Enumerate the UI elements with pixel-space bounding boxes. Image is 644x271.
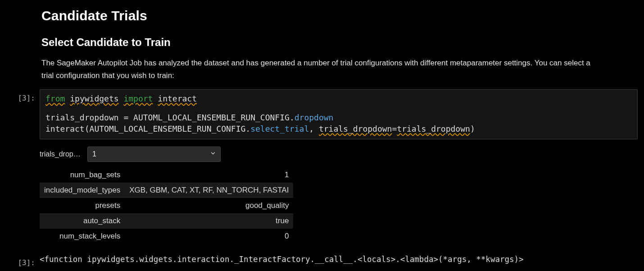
table-row: num_bag_sets1 xyxy=(40,167,293,183)
param-value: good_quality xyxy=(125,198,293,213)
code-line-1: from ipywidgets import interact xyxy=(45,93,632,104)
param-value: XGB, GBM, CAT, XT, RF, NN_TORCH, FASTAI xyxy=(125,183,293,198)
input-prompt: [3]: xyxy=(0,89,40,102)
paren-open: ( xyxy=(85,124,90,133)
config-object: AUTOML_LOCAL_ENSEMBLE_RUN_CONFIG xyxy=(133,113,290,122)
operator-eq: = xyxy=(392,124,397,133)
dropdown-label: trials_drop… xyxy=(40,150,83,158)
config-object: AUTOML_LOCAL_ENSEMBLE_RUN_CONFIG xyxy=(90,124,246,133)
code-line-3: interact(AUTOML_LOCAL_ENSEMBLE_RUN_CONFI… xyxy=(45,124,632,134)
fn-interact: interact xyxy=(45,124,85,133)
notebook: Candidate Trials Select Candidate to Tra… xyxy=(0,0,644,271)
trials-dropdown[interactable]: 1 xyxy=(87,147,221,162)
comma: , xyxy=(309,124,314,133)
heading-candidate-trials: Candidate Trials xyxy=(41,8,603,23)
param-key: num_bag_sets xyxy=(40,167,125,183)
param-value: 1 xyxy=(125,167,293,183)
param-value: true xyxy=(125,213,293,229)
params-tbody: num_bag_sets1included_model_typesXGB, GB… xyxy=(40,167,293,244)
output-cell: [3]: <function ipywidgets.widgets.intera… xyxy=(0,254,644,267)
kwarg-name: trials_dropdown xyxy=(319,124,392,133)
output-prompt: [3]: xyxy=(0,254,40,267)
table-row: included_model_typesXGB, GBM, CAT, XT, R… xyxy=(40,183,293,198)
operator-eq: = xyxy=(123,113,128,122)
param-key: presets xyxy=(40,198,125,213)
param-key: auto_stack xyxy=(40,213,125,229)
code-cell: [3]: from ipywidgets import interact tri… xyxy=(0,89,644,139)
module-name: ipywidgets xyxy=(70,94,118,103)
params-table: num_bag_sets1included_model_typesXGB, GB… xyxy=(40,167,293,244)
output-repr: <function ipywidgets.widgets.interaction… xyxy=(40,254,638,264)
var-lhs: trials_dropdown xyxy=(45,113,119,122)
code-line-2: trials_dropdown = AUTOML_LOCAL_ENSEMBLE_… xyxy=(45,112,632,123)
attr-select-trial: select_trial xyxy=(250,124,309,133)
import-name: interact xyxy=(158,94,197,103)
table-row: num_stack_levels0 xyxy=(40,229,293,244)
heading-select-candidate: Select Candidate to Train xyxy=(41,36,603,49)
paren-close: ) xyxy=(470,124,475,133)
dot: . xyxy=(245,124,250,133)
keyword-from: from xyxy=(45,94,65,103)
blank-line xyxy=(45,104,632,112)
markdown-cell: Candidate Trials Select Candidate to Tra… xyxy=(0,0,644,89)
code-editor[interactable]: from ipywidgets import interact trials_d… xyxy=(40,89,638,139)
dot: . xyxy=(290,113,295,122)
dropdown-wrap: 1 xyxy=(87,147,221,162)
attr-dropdown: dropdown xyxy=(295,113,334,122)
table-row: presetsgood_quality xyxy=(40,198,293,213)
keyword-import: import xyxy=(123,94,153,103)
table-row: auto_stacktrue xyxy=(40,213,293,229)
param-key: included_model_types xyxy=(40,183,125,198)
description-paragraph: The SageMaker Autopilot Job has analyzed… xyxy=(41,57,603,82)
dropdown-row: trials_drop… 1 xyxy=(40,147,638,162)
kwarg-value: trials_dropdown xyxy=(397,124,470,133)
widget-output: trials_drop… 1 num_bag_sets1included_mod… xyxy=(40,147,638,244)
param-value: 0 xyxy=(125,229,293,244)
param-key: num_stack_levels xyxy=(40,229,125,244)
